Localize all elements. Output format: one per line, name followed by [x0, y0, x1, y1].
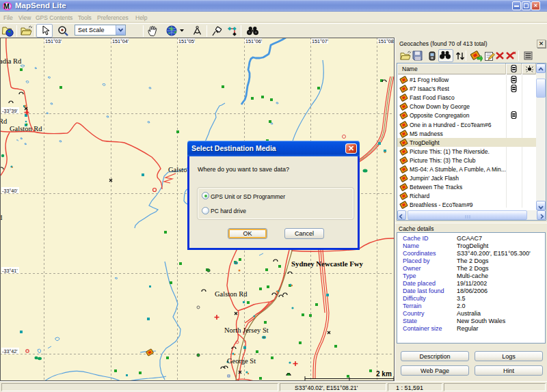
svg-text:-33°39': -33°39': [2, 108, 18, 114]
svg-text:-33°42': -33°42': [2, 348, 18, 354]
svg-text:Galston Rd: Galston Rd: [10, 125, 42, 132]
svg-text:151°07': 151°07': [312, 38, 329, 44]
svg-text:151°04': 151°04': [112, 38, 129, 44]
svg-text:Galsto: Galsto: [168, 166, 187, 173]
svg-text:-33°41': -33°41': [2, 268, 18, 274]
svg-text:151°03': 151°03': [45, 38, 62, 44]
svg-text:Rd: Rd: [0, 117, 8, 125]
svg-text:2 km: 2 km: [376, 370, 392, 378]
svg-text:151°05': 151°05': [178, 38, 196, 44]
svg-text:North Jersey St: North Jersey St: [224, 326, 269, 334]
svg-text:151°06': 151°06': [245, 38, 263, 44]
svg-text:M: M: [4, 3, 10, 10]
svg-text:151°08': 151°08': [378, 38, 395, 44]
svg-text:-33°40': -33°40': [2, 188, 18, 194]
svg-text:adia Rd: adia Rd: [0, 57, 22, 65]
svg-text:Galston Rd: Galston Rd: [215, 290, 248, 298]
svg-text:Sydney Newcastle Fwy: Sydney Newcastle Fwy: [291, 260, 364, 268]
svg-text:George St: George St: [227, 357, 256, 365]
